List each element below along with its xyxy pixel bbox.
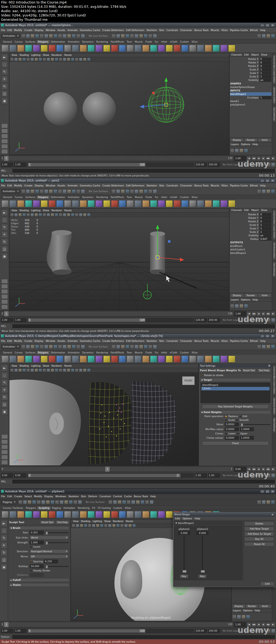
playback-end-field[interactable]: 200.00 — [208, 318, 220, 322]
toolbar-icon[interactable] — [33, 45, 40, 52]
sidebar-vertical-tab[interactable]: Attribute Editor — [272, 241, 276, 260]
layout-shortcut-button[interactable] — [1, 460, 8, 465]
lasso-select-tool-icon[interactable]: ◌ — [1, 61, 8, 68]
target-weight-field[interactable]: 0.000 — [178, 531, 190, 535]
shelf-tab[interactable]: FX Caching — [96, 506, 112, 510]
channel-attribute-row[interactable]: Scale Z1 — [230, 75, 271, 78]
toolbar-icon[interactable] — [112, 34, 116, 38]
toolbar-icon[interactable] — [271, 500, 275, 504]
lasso-select-tool-icon[interactable]: ◌ — [1, 527, 7, 534]
shelf-tab[interactable]: Polygons — [37, 351, 50, 354]
toolbar-icon[interactable] — [51, 369, 54, 372]
shelf-tab[interactable]: Custom — [179, 351, 190, 354]
viewport-menu-item[interactable]: Panels — [125, 520, 134, 523]
toolbar-icon[interactable] — [26, 213, 30, 217]
shelf-tab[interactable]: PaintEffects — [109, 351, 125, 354]
head-model-shaded[interactable] — [120, 560, 142, 599]
layout-shortcut-button[interactable] — [1, 129, 8, 133]
toolbar-icon[interactable] — [9, 200, 16, 207]
buildup-field[interactable]: 50.000 — [30, 564, 44, 568]
toolbar-icon[interactable] — [32, 500, 36, 504]
menu-item[interactable]: Deform — [87, 495, 98, 498]
layout-shortcut-button[interactable] — [1, 144, 8, 149]
add-radio[interactable] — [239, 415, 242, 418]
toolbar-icon[interactable] — [262, 34, 266, 38]
viewport-menu-item[interactable]: Panels — [63, 364, 73, 367]
toolbar-icon[interactable] — [127, 200, 134, 207]
shelf-tab[interactable]: Muscle — [133, 196, 144, 199]
menu-item[interactable]: XGen — [220, 184, 229, 187]
toolbar-icon[interactable] — [39, 58, 42, 61]
toolbar-icon[interactable] — [131, 500, 135, 504]
toolbar-icon[interactable] — [87, 369, 91, 372]
shelf-tab[interactable]: Curves — [13, 351, 24, 354]
target-weight-slider[interactable] — [202, 536, 203, 574]
toolbar-icon[interactable] — [174, 356, 181, 363]
toolbar-icon[interactable] — [72, 345, 76, 349]
viewport-menu-item[interactable]: Panels — [63, 209, 73, 212]
toolbar-icon[interactable] — [174, 200, 181, 207]
command-line-label[interactable]: MEL — [1, 480, 11, 483]
toolbar-icon[interactable] — [21, 189, 25, 193]
toolbar-icon[interactable] — [266, 500, 270, 504]
toolbar-icon[interactable] — [72, 200, 79, 207]
toolbar-icon[interactable] — [197, 200, 204, 207]
command-line-label[interactable]: Python — [1, 636, 11, 638]
toolbar-icon[interactable] — [92, 524, 95, 527]
toolbar-icon[interactable] — [17, 45, 24, 52]
toolbar-icon[interactable] — [103, 511, 110, 518]
toolbar-icon[interactable] — [100, 524, 104, 527]
toolbar-icon[interactable] — [63, 345, 67, 349]
viewport-menu-item[interactable]: Renderer — [50, 54, 63, 56]
toolbar-icon[interactable] — [25, 45, 32, 52]
spacing-field[interactable]: 6.250 — [44, 560, 58, 563]
shelf-tab[interactable]: Rendering — [77, 506, 91, 510]
toolbar-icon[interactable] — [49, 345, 53, 349]
blend-shape-action-button[interactable]: Add Base As Target — [244, 532, 274, 536]
toolbar-icon[interactable] — [30, 34, 34, 38]
animation-end-field[interactable]: 120.00 — [195, 629, 207, 633]
move-tool-icon[interactable]: ✛ — [1, 76, 8, 82]
toolbar-icon[interactable] — [244, 149, 248, 153]
menu-item[interactable]: Skin — [158, 29, 165, 32]
toolbar-icon[interactable] — [30, 213, 34, 217]
channel-attribute-row[interactable]: blendShape1 — [230, 251, 271, 255]
toolbar-icon[interactable] — [124, 524, 128, 527]
size-slider[interactable] — [45, 532, 69, 533]
toolbar-icon[interactable] — [18, 58, 22, 61]
toolbar-icon[interactable] — [127, 45, 134, 52]
shelf-tab[interactable]: Animation — [67, 196, 81, 199]
toolbar-icon[interactable] — [18, 369, 22, 372]
shelf-tab[interactable]: Sculpting — [37, 506, 51, 510]
toolbar-icon[interactable] — [39, 213, 42, 217]
toolbar-icon[interactable] — [18, 500, 22, 504]
range-end-handle[interactable]: 120 — [139, 629, 145, 633]
shelf-tab[interactable]: Fur — [153, 196, 160, 199]
toolbar-icon[interactable] — [41, 356, 48, 363]
window-titlebar[interactable]: Autodesk Maya 2015: untitled* --- joint2… — [0, 178, 276, 183]
toolbar-icon[interactable] — [75, 369, 78, 372]
menu-item[interactable]: Muscle — [210, 340, 220, 342]
menu-item[interactable]: Display — [33, 29, 44, 32]
last-tool-icon[interactable]: ◉ — [1, 253, 8, 260]
toolbar-icon[interactable] — [2, 356, 9, 363]
channel-box-menu-item[interactable]: Edit — [243, 209, 250, 212]
shelf-tab[interactable]: Rigging — [51, 506, 62, 510]
playback-start-field[interactable]: 1.00 — [1, 162, 13, 167]
toolbar-icon[interactable] — [95, 356, 102, 363]
toolbar-icon[interactable] — [205, 356, 212, 363]
close-icon[interactable]: ✕ — [271, 513, 274, 516]
toolbar-icon[interactable] — [220, 45, 227, 52]
toolbar-icon[interactable] — [142, 356, 149, 363]
toolbar-icon[interactable] — [64, 356, 71, 363]
shelf-tab[interactable]: Fluids — [144, 351, 153, 354]
shelf-tab[interactable]: Rendering — [95, 351, 109, 354]
toolbar-icon[interactable] — [262, 189, 266, 193]
toolbar-icon[interactable] — [81, 345, 85, 349]
viewport-menu-item[interactable]: Shading — [18, 364, 30, 367]
shelf-tab[interactable]: Deformation — [50, 351, 67, 354]
playback-button[interactable]: ▶| — [271, 156, 275, 161]
toolbar-icon[interactable] — [150, 500, 154, 504]
shelf-tab[interactable]: Rendering — [95, 196, 109, 199]
toolbar-icon[interactable] — [59, 58, 62, 61]
